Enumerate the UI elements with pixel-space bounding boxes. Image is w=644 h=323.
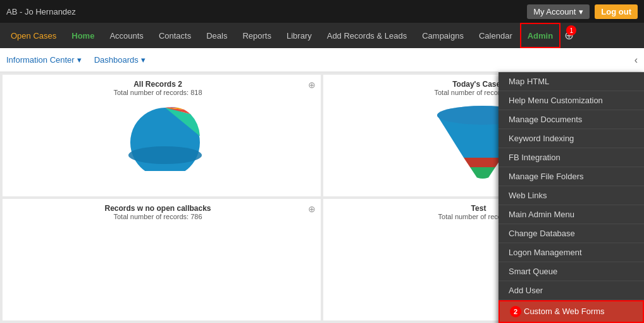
search-button-wrapper[interactable]: ⊕ 1: [560, 28, 578, 42]
panel-header-3: Records w no open callbacks Total number…: [8, 204, 316, 223]
nav-item-library[interactable]: Library: [279, 23, 319, 48]
zoom-icon-1[interactable]: ⊕: [308, 80, 316, 90]
panel-3-title: Records w no open callbacks: [8, 204, 308, 213]
nav-item-campaigns[interactable]: Campaigns: [414, 23, 471, 48]
menu-item-manage-docs[interactable]: Manage Documents: [498, 110, 644, 129]
menu-item-add-user[interactable]: Add User: [498, 281, 644, 300]
main-content: All Records 2 Total number of records: 8…: [0, 72, 644, 323]
svg-point-1: [128, 146, 202, 164]
information-center-label: Information Center: [6, 55, 75, 65]
panel-1-subtitle: Total number of records: 818: [8, 89, 308, 96]
chevron-down-icon: ▾: [579, 7, 583, 16]
user-label: AB - Jo Hernandez: [6, 7, 76, 16]
menu-item-help-menu[interactable]: Help Menu Customization: [498, 91, 644, 110]
dashboards-dropdown[interactable]: Dashboards ▾: [94, 55, 146, 65]
nav-item-reports[interactable]: Reports: [235, 23, 279, 48]
menu-item-file-folders[interactable]: Manage File Folders: [498, 167, 644, 186]
menu-item-main-admin[interactable]: Main Admin Menu: [498, 205, 644, 224]
panel-no-callbacks: Records w no open callbacks Total number…: [3, 199, 321, 320]
nav-item-open-cases[interactable]: Open Cases: [3, 23, 64, 48]
dash-chevron-icon: ▾: [141, 55, 146, 65]
top-bar-actions: My Account ▾ Log out: [527, 4, 638, 19]
menu-item-web-links[interactable]: Web Links: [498, 186, 644, 205]
nav-bar: Open Cases Home Accounts Contacts Deals …: [0, 23, 644, 48]
menu-item-keyword[interactable]: Keyword Indexing: [498, 129, 644, 148]
nav-item-accounts[interactable]: Accounts: [102, 23, 151, 48]
my-account-button[interactable]: My Account ▾: [527, 4, 590, 19]
menu-badge-2: 2: [510, 306, 521, 317]
menu-item-change-db[interactable]: Change Database: [498, 224, 644, 243]
sub-header: Information Center ▾ Dashboards ▾ ‹: [0, 48, 644, 72]
nav-item-admin[interactable]: Admin: [520, 23, 560, 48]
nav-item-home[interactable]: Home: [64, 23, 102, 48]
menu-item-map-html[interactable]: Map HTML: [498, 72, 644, 91]
zoom-icon-3[interactable]: ⊕: [308, 204, 316, 214]
collapse-button[interactable]: ‹: [635, 54, 638, 66]
nav-item-calendar[interactable]: Calendar: [471, 23, 520, 48]
information-center-dropdown[interactable]: Information Center ▾: [6, 55, 82, 65]
nav-item-deals[interactable]: Deals: [199, 23, 235, 48]
nav-item-add-records[interactable]: Add Records & Leads: [319, 23, 414, 48]
logout-button[interactable]: Log out: [595, 4, 638, 19]
panel-1-title: All Records 2: [8, 80, 308, 89]
svg-point-3: [476, 175, 489, 179]
top-bar: AB - Jo Hernandez My Account ▾ Log out: [0, 0, 644, 23]
menu-item-smart-queue[interactable]: Smart Queue: [498, 262, 644, 281]
notification-badge: 1: [566, 25, 576, 35]
admin-dropdown-menu: Map HTML Help Menu Customization Manage …: [498, 72, 644, 323]
panel-3-subtitle: Total number of records: 786: [8, 213, 308, 220]
menu-item-fb-integration[interactable]: FB Integration: [498, 148, 644, 167]
nav-item-contacts[interactable]: Contacts: [151, 23, 199, 48]
dashboards-label: Dashboards: [94, 55, 139, 65]
panel-header-1: All Records 2 Total number of records: 8…: [8, 80, 316, 99]
pie-chart-1: [124, 101, 200, 165]
panel-all-records: All Records 2 Total number of records: 8…: [3, 75, 321, 196]
menu-item-logon[interactable]: Logon Management: [498, 243, 644, 262]
info-chevron-icon: ▾: [77, 55, 82, 65]
menu-item-custom-web-forms[interactable]: 2Custom & Web Forms: [498, 300, 644, 323]
